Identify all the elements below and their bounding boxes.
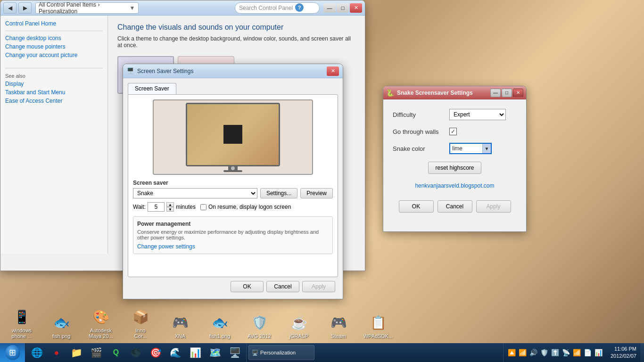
desktop-icon-wpadssdk[interactable]: 📋 WPAdSDK...: [361, 311, 395, 341]
go-through-walls-checkbox[interactable]: ✓: [449, 128, 457, 135]
tray-avg[interactable]: 🛡️: [540, 349, 549, 356]
taskbar-ms-icon[interactable]: 📊: [186, 344, 205, 361]
taskbar-pinned-items: 🌐 ● 📁 🎬 Q 🌑 🎯 🌊 📊 🗺️ 🖥️: [25, 343, 247, 362]
desktop-icon-xna[interactable]: 🎮 XNA: [163, 311, 197, 341]
clock[interactable]: 11:06 PM 2012/02/07: [607, 346, 640, 360]
preview-screen: [187, 104, 279, 165]
help-icon[interactable]: ?: [295, 3, 304, 12]
taskbar-cp-running[interactable]: 🖥️ Personalization: [248, 345, 314, 360]
sss-close-button[interactable]: ✕: [327, 66, 339, 76]
breadcrumb-arrow: ▼: [130, 5, 135, 11]
taskbar-control-icon[interactable]: 🖥️: [225, 344, 244, 361]
screen-saver-select[interactable]: Snake: [133, 188, 257, 198]
snake-minimize-button[interactable]: —: [490, 89, 501, 97]
desktop-icon-inno[interactable]: 📦 InnoCor...: [124, 305, 157, 341]
taskbar-eclipse-icon[interactable]: 🌑: [126, 344, 145, 361]
desktop-icon-fish1[interactable]: 🐟 fish1.png: [203, 311, 237, 341]
settings-button[interactable]: Settings...: [260, 188, 297, 198]
sss-tab-bar: Screen Saver: [128, 83, 338, 94]
show-desktop-button[interactable]: [640, 343, 644, 362]
snake-screensaver-settings-dialog: 🐍 Snake Screensaver Settings — □ ✕ Diffi…: [383, 86, 527, 232]
difficulty-select[interactable]: Expert Easy Medium: [449, 109, 506, 120]
sidebar-display[interactable]: Display: [5, 81, 103, 87]
desktop-icon-avg[interactable]: 🛡️ AVG 2012: [242, 311, 276, 341]
desktop-icon-autodesk[interactable]: 🎨 AutodeskMaya 20...: [84, 305, 118, 341]
desktop-icon-jgrasp[interactable]: ☕ jGRASP: [282, 311, 316, 341]
snake-close-button[interactable]: ✕: [513, 89, 523, 97]
preview-dot: [231, 166, 235, 170]
screen-saver-settings-dialog: 🖥️ Screen Saver Settings ✕ Screen Saver: [123, 64, 343, 299]
sidebar-change-mouse-pointers[interactable]: Change mouse pointers: [5, 43, 103, 50]
snake-apply-button[interactable]: Apply: [476, 200, 511, 213]
start-button[interactable]: ⊞: [0, 343, 25, 362]
snake-color-dropdown-box[interactable]: lime ▼: [449, 143, 492, 154]
taskbar-ie-icon[interactable]: 🌐: [27, 344, 46, 361]
sidebar-change-desktop-icons[interactable]: Change desktop icons: [5, 35, 103, 41]
difficulty-control: Expert Easy Medium: [449, 109, 517, 120]
taskbar-unity-icon[interactable]: 🎯: [146, 344, 165, 361]
sidebar-change-account-picture[interactable]: Change your account picture: [5, 52, 103, 58]
snake-dialog-icon: 🐍: [386, 89, 394, 97]
minimize-button[interactable]: —: [323, 3, 336, 13]
forward-button[interactable]: ▶: [18, 2, 32, 14]
sidebar-ease-of-access[interactable]: Ease of Access Center: [5, 98, 103, 104]
spinner-up[interactable]: ▲: [166, 202, 174, 207]
preview-area: [153, 99, 313, 175]
change-power-settings-link[interactable]: Change power settings: [137, 243, 195, 250]
sidebar-taskbar-start-menu[interactable]: Taskbar and Start Menu: [5, 89, 103, 96]
taskbar-opera-icon[interactable]: ●: [47, 344, 66, 361]
desktop-icon-fish-png[interactable]: 🐟 fish.png: [44, 311, 78, 341]
tray-show-desktop[interactable]: 🔼: [507, 349, 516, 356]
snake-maximize-button[interactable]: □: [502, 89, 512, 97]
taskbar-explorer-icon[interactable]: 📁: [67, 344, 86, 361]
snake-color-arrow[interactable]: ▼: [482, 144, 491, 153]
tray-volume[interactable]: 🔊: [529, 349, 538, 356]
taskbar: ⊞ 🌐 ● 📁 🎬 Q 🌑 🎯 🌊 📊 🗺️ 🖥️ 🖥️ Personaliza…: [0, 343, 644, 362]
snake-ok-button[interactable]: OK: [399, 200, 434, 213]
spinner-down[interactable]: ▼: [166, 207, 174, 212]
steam-icon: 🎮: [329, 313, 348, 332]
snake-titlebar: 🐍 Snake Screensaver Settings — □ ✕: [383, 86, 526, 99]
taskbar-media-icon[interactable]: 🎬: [87, 344, 106, 361]
go-through-walls-label: Go through walls: [393, 128, 449, 135]
sss-apply-button[interactable]: Apply: [302, 281, 335, 292]
snake-cancel-button[interactable]: Cancel: [438, 200, 472, 213]
desktop-icon-windows-phone[interactable]: 📱 windowsphone ...: [5, 305, 39, 341]
wait-input[interactable]: 5: [148, 202, 165, 212]
tray-wifi[interactable]: 📶: [572, 349, 581, 356]
jgrasp-icon: ☕: [289, 313, 308, 332]
taskbar-ie2-icon[interactable]: 🌊: [166, 344, 185, 361]
taskbar-map-icon[interactable]: 🗺️: [206, 344, 224, 361]
difficulty-label: Difficulty: [393, 111, 449, 118]
tray-bluetooth[interactable]: 📡: [561, 349, 570, 356]
search-placeholder: Search Control Panel: [239, 5, 293, 11]
screen-saver-tab[interactable]: Screen Saver: [128, 83, 176, 94]
xna-icon: 🎮: [171, 313, 190, 332]
windows-phone-label: windowsphone ...: [12, 328, 32, 339]
minutes-label: minutes: [176, 204, 196, 210]
back-button[interactable]: ◀: [3, 2, 17, 14]
reset-highscore-button[interactable]: reset highscore: [428, 162, 481, 174]
search-bar[interactable]: Search Control Panel 🔍: [235, 2, 320, 14]
maximize-button[interactable]: □: [337, 3, 349, 13]
close-button[interactable]: ✕: [350, 3, 362, 13]
see-also-label: See also: [5, 73, 103, 79]
sss-icon: 🖥️: [127, 67, 134, 75]
autodesk-label: AutodeskMaya 20...: [89, 328, 113, 339]
blog-link[interactable]: henkvanjaarsveld.blogspot.com: [393, 182, 517, 189]
sidebar-control-panel-home[interactable]: Control Panel Home: [5, 20, 103, 27]
desktop-icon-steam[interactable]: 🎮 Steam: [322, 311, 355, 341]
sss-title: Screen Saver Settings: [137, 68, 327, 74]
fish1-label: fish1.png: [209, 333, 231, 339]
resume-checkbox[interactable]: [200, 204, 206, 210]
preview-button[interactable]: Preview: [300, 188, 333, 198]
tray-signal[interactable]: 📊: [594, 349, 603, 356]
tray-acrobat[interactable]: 📄: [583, 349, 592, 356]
tray-network[interactable]: 📶: [518, 349, 527, 356]
taskbar-qt-icon[interactable]: Q: [107, 344, 125, 361]
power-mgmt-description: Conserve energy or maximize performance …: [137, 229, 329, 240]
tray-update[interactable]: ⬆️: [551, 349, 560, 356]
sss-ok-button[interactable]: OK: [231, 281, 264, 292]
sss-cancel-button[interactable]: Cancel: [266, 281, 299, 292]
sss-window-controls: ✕: [327, 66, 339, 76]
